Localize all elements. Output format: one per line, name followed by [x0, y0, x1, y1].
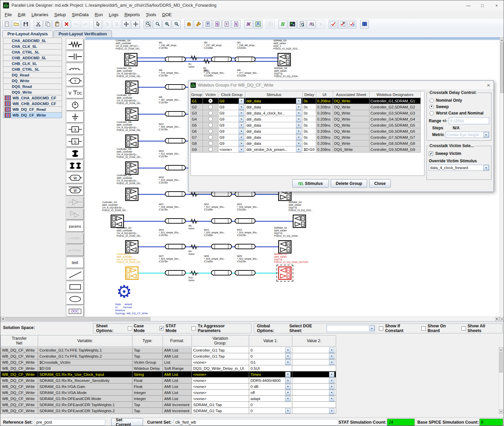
clock-group-cell[interactable]: G9▼: [218, 104, 245, 110]
victim-cell[interactable]: [203, 128, 218, 134]
net-item-dqs_read[interactable]: DQS_Read: [3, 84, 62, 90]
value2-cell[interactable]: [292, 402, 336, 408]
ui-cell[interactable]: 0.208ns: [316, 128, 333, 134]
value1-cell[interactable]: 0▼: [249, 347, 292, 353]
open-file-icon[interactable]: [12, 20, 21, 29]
value1-cell[interactable]: G1▼: [249, 359, 292, 365]
chevron-down-icon[interactable]: ▼: [329, 384, 334, 389]
widebus-group-row-g5[interactable]: G5G9▼ddr_data▼0s0.208nsDQ_WriteControlle…: [191, 122, 424, 128]
transmission-line-g3-3[interactable]: [234, 218, 256, 225]
solution-row[interactable]: WB_DQ_CF_Write$Crosstalk_VictimVictim Gr…: [0, 359, 336, 365]
designators-cell[interactable]: Controller_G4,SDRAM_G4: [369, 116, 421, 122]
solution-row[interactable]: WB_DQ_CF_WriteSDRAM_G1:Rx:DFEandCDR.TapW…: [0, 408, 336, 414]
chevron-down-icon[interactable]: ▼: [285, 348, 291, 353]
controller-symbol-g9[interactable]: AA: [124, 53, 138, 66]
format-cell[interactable]: AMI List: [163, 390, 192, 396]
palette-ground-icon[interactable]: [66, 111, 84, 123]
doe-sheet-select[interactable]: ▼: [327, 325, 375, 332]
victim-cell[interactable]: [203, 134, 218, 140]
transmission-line-g1-3[interactable]: [234, 270, 256, 277]
stimulus-cell[interactable]: ddr_strobe_2ck_pream...▼: [245, 146, 303, 153]
chevron-down-icon[interactable]: ▼: [239, 147, 244, 152]
variable-cell[interactable]: $Crosstalk_Victim: [38, 359, 132, 365]
controller-symbol-g7[interactable]: AA: [125, 107, 139, 121]
transmission-line-g3-1[interactable]: [165, 218, 186, 225]
victim-radio[interactable]: [208, 141, 213, 145]
sheet-option-stat-mode[interactable]: ✔STAT Mode: [159, 324, 187, 333]
sim-setup-icon[interactable]: [194, 20, 203, 29]
transmission-line-g9-1[interactable]: [165, 56, 186, 63]
ui-cell[interactable]: 0.208ns: [316, 116, 333, 122]
value2-cell[interactable]: ▼: [292, 378, 336, 384]
stimulus-cell[interactable]: ddr_data▼: [245, 134, 303, 140]
ui-cell[interactable]: 0.208ns: [316, 122, 333, 128]
delete-group-button[interactable]: Delete Group: [331, 179, 367, 188]
variable-cell[interactable]: $D:G9: [38, 365, 132, 371]
copy-icon[interactable]: [43, 20, 52, 29]
chevron-down-icon[interactable]: ▼: [329, 354, 334, 359]
solution-row[interactable]: WB_DQ_CF_WriteSDRAM_G1:Rx:VGA.ModeIntege…: [0, 390, 336, 396]
transmission-line-g3-2[interactable]: [211, 218, 232, 225]
controller-symbol-g8[interactable]: AA: [125, 80, 139, 94]
victim-cell[interactable]: [203, 146, 218, 153]
victim-radio[interactable]: [208, 123, 213, 127]
chevron-down-icon[interactable]: ▼: [285, 360, 291, 365]
delay-cell[interactable]: 0s: [303, 116, 316, 122]
resistor-g4[interactable]: [190, 192, 199, 198]
stimulus-cell[interactable]: ddr_data▼: [245, 104, 303, 110]
widebus-group-row-g7[interactable]: G7G9▼ddr_data▼0s0.208nsDQ_WriteControlle…: [191, 134, 424, 140]
group-cell[interactable]: G1: [191, 98, 203, 104]
chevron-down-icon[interactable]: ▼: [239, 123, 244, 128]
variation-group-cell[interactable]: <none>: [192, 371, 249, 378]
net-item-dq_read[interactable]: DQ_Read: [3, 72, 62, 78]
net-item-chb_clk_5l[interactable]: CHB_CLK_5L: [3, 61, 62, 67]
transmission-line-g7-1[interactable]: [165, 111, 186, 118]
delay-cell[interactable]: $D:G9: [303, 146, 316, 153]
solution-vertical-scrollbar[interactable]: ▲▼: [499, 347, 503, 414]
resistor-g9[interactable]: [190, 55, 199, 62]
chevron-down-icon[interactable]: ▼: [296, 129, 301, 134]
validate-edit-icon[interactable]: [348, 20, 356, 29]
ui-cell[interactable]: 0.208ns: [316, 134, 333, 140]
menu-file[interactable]: File: [2, 11, 15, 18]
ui-cell[interactable]: 0.208ns: [316, 104, 333, 110]
stimulus-cell[interactable]: ddr_data▼: [245, 98, 303, 104]
sim-run-icon[interactable]: [184, 20, 193, 29]
net-item-dq_write[interactable]: DQ_Write: [3, 78, 62, 84]
transmission-line-g1-1[interactable]: [165, 270, 186, 277]
global-option-show-on-board[interactable]: Show On Board: [421, 324, 456, 333]
palette-resistor-icon[interactable]: [66, 39, 84, 50]
close-dialog-button[interactable]: Close: [369, 179, 391, 188]
chevron-down-icon[interactable]: ▼: [296, 110, 301, 116]
variation-group-cell[interactable]: <none>: [192, 359, 249, 365]
type-cell[interactable]: Tap: [132, 408, 163, 414]
format-cell[interactable]: AMI List: [163, 371, 192, 378]
format-cell[interactable]: AMI List: [163, 353, 192, 359]
victim-radio[interactable]: [208, 129, 213, 133]
waveform-viewer-icon[interactable]: [278, 20, 287, 29]
override-victim-select[interactable]: data_4_clock_forward▼: [429, 165, 489, 171]
checkbox-icon[interactable]: [379, 326, 383, 331]
transmission-line-g4-3[interactable]: [234, 191, 256, 198]
radio-icon[interactable]: [429, 111, 434, 116]
current-set-field[interactable]: clk_fwd_wb: [174, 419, 339, 426]
variation-group-cell[interactable]: <none>: [192, 390, 249, 396]
chevron-down-icon[interactable]: ▼: [239, 98, 244, 104]
stimulus-button[interactable]: Stimulus: [292, 179, 329, 188]
close-button[interactable]: ×: [490, 1, 504, 10]
net-item-cha_addcmd_5l[interactable]: CHA_ADDCMD_5L: [3, 38, 62, 44]
dialog-title-bar[interactable]: Widebus Groups For WB_DQ_CF_Write ✕: [188, 81, 494, 90]
palette-voltage-source-icon[interactable]: [66, 99, 84, 111]
value2-cell[interactable]: ▼: [292, 384, 336, 390]
chevron-down-icon[interactable]: ▼: [483, 165, 489, 170]
transfer-net-cell[interactable]: WB_DQ_CF_Write: [0, 402, 38, 408]
sdram-symbol-g2[interactable]: AA: [278, 240, 292, 254]
sdram-symbol-g9[interactable]: AA: [277, 53, 291, 66]
controller-symbol-g5[interactable]: AA: [125, 161, 139, 175]
type-cell[interactable]: Widebus Delay: [132, 365, 163, 371]
ui-cell[interactable]: 0.208ns: [316, 110, 333, 116]
report-text-icon[interactable]: T: [203, 20, 212, 29]
clock-group-cell[interactable]: G9▼: [218, 116, 245, 122]
type-cell[interactable]: String: [132, 371, 163, 378]
report-ibis-icon[interactable]: I: [222, 20, 231, 29]
